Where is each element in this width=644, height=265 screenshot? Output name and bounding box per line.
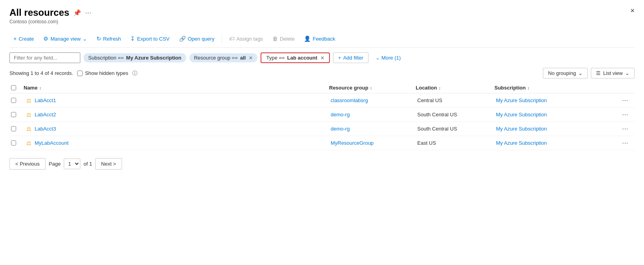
info-icon[interactable]: ⓘ (132, 70, 137, 77)
row-location-cell: South Central US (416, 126, 494, 132)
resource-group-link[interactable]: demo-rg (331, 126, 350, 132)
list-view-dropdown[interactable]: ☰ List view ⌄ (591, 68, 635, 78)
resource-group-filter-close-icon[interactable]: ✕ (249, 55, 253, 61)
row-resource-group-cell: demo-rg (329, 126, 416, 132)
settings-icon: ⚙ (43, 35, 48, 42)
row-actions-button[interactable]: ⋯ (620, 125, 635, 132)
row-name-cell: ⚖ LabAcct2 (24, 111, 329, 118)
row-resource-group-cell: classroomlabsrg (329, 97, 416, 103)
row-checkbox-cell (9, 98, 24, 103)
options-right: No grouping ⌄ ☰ List view ⌄ (543, 68, 635, 78)
options-row: Showing 1 to 4 of 4 records. Show hidden… (9, 68, 635, 78)
subscription-link[interactable]: My Azure Subscription (496, 112, 547, 118)
row-location-cell: South Central US (416, 112, 494, 118)
row-subscription-cell: My Azure Subscription (494, 112, 620, 118)
assign-tags-button[interactable]: 🏷 Assign tags (225, 33, 267, 44)
sort-icon-name: ↕ (39, 86, 41, 90)
refresh-icon: ↻ (96, 35, 101, 42)
page-header: All resources 📌 ⋯ (9, 7, 635, 18)
show-hidden-types-label[interactable]: Show hidden types (77, 70, 128, 76)
column-header-location[interactable]: Location ↕ (416, 85, 494, 91)
row-resource-group-cell: demo-rg (329, 112, 416, 118)
feedback-button[interactable]: 👤 Feedback (300, 33, 339, 44)
subscription-filter-value: My Azure Subscription (126, 55, 181, 61)
export-csv-button[interactable]: ↧ Export to CSV (126, 33, 173, 44)
row-actions-button[interactable]: ⋯ (620, 111, 635, 118)
sort-icon-subscription: ↕ (527, 86, 529, 90)
row-name-cell: ⚖ LabAcct1 (24, 97, 329, 104)
column-header-subscription[interactable]: Subscription ↕ (494, 85, 620, 91)
lab-account-icon: ⚖ (25, 111, 32, 118)
lab-account-icon: ⚖ (25, 97, 32, 104)
row-actions-button[interactable]: ⋯ (620, 97, 635, 104)
row-checkbox-cell (9, 112, 24, 117)
page-subtitle: Contoso (contoso.com) (9, 19, 635, 24)
options-left: Showing 1 to 4 of 4 records. Show hidden… (9, 70, 137, 77)
pagination: < Previous Page 1 of 1 Next > (9, 150, 635, 174)
resource-group-link[interactable]: MyResourceGroup (331, 140, 374, 146)
resource-name-link[interactable]: LabAcct2 (35, 112, 56, 118)
select-all-checkbox[interactable] (11, 85, 16, 90)
page-select[interactable]: 1 (64, 159, 80, 169)
resource-name-link[interactable]: LabAcct3 (35, 126, 56, 132)
resource-name-link[interactable]: LabAcct1 (35, 97, 56, 103)
manage-view-button[interactable]: ⚙ Manage view ⌄ (39, 33, 91, 44)
row-actions-button[interactable]: ⋯ (620, 139, 635, 147)
add-filter-button[interactable]: + Add filter (333, 52, 368, 63)
filter-row: Subscription == My Azure Subscription Re… (9, 52, 635, 63)
create-button[interactable]: + Create (9, 33, 38, 44)
add-filter-icon: + (338, 55, 341, 61)
subscription-filter-tag[interactable]: Subscription == My Azure Subscription (83, 53, 186, 62)
filter-input[interactable] (9, 52, 80, 63)
subscription-link[interactable]: My Azure Subscription (496, 140, 547, 146)
lab-account-icon: ⚖ (25, 140, 32, 147)
query-icon: 🔗 (179, 35, 186, 42)
type-filter-value: Lab account (287, 55, 317, 61)
show-hidden-types-checkbox[interactable] (77, 71, 83, 76)
chevron-down-icon: ⌄ (578, 70, 583, 76)
resource-group-link[interactable]: demo-rg (331, 112, 350, 118)
column-header-name[interactable]: Name ↕ (24, 85, 329, 91)
feedback-icon: 👤 (304, 35, 311, 42)
list-view-icon: ☰ (596, 70, 601, 76)
no-grouping-dropdown[interactable]: No grouping ⌄ (543, 68, 588, 78)
column-header-resource-group[interactable]: Resource group ↕ (329, 85, 416, 91)
sort-icon-location: ↕ (439, 86, 441, 90)
close-button[interactable]: × (630, 7, 635, 14)
row-resource-group-cell: MyResourceGroup (329, 140, 416, 146)
table-row: ⚖ LabAcct3 demo-rg South Central US My A… (9, 122, 635, 136)
row-subscription-cell: My Azure Subscription (494, 126, 620, 132)
next-button[interactable]: Next > (95, 158, 122, 170)
download-icon: ↧ (130, 35, 135, 42)
table-row: ⚖ LabAcct2 demo-rg South Central US My A… (9, 108, 635, 122)
resource-group-filter-label: Resource group == (194, 55, 238, 61)
more-filters-button[interactable]: ⌄ More (1) (372, 53, 405, 63)
resource-group-link[interactable]: classroomlabsrg (331, 97, 368, 103)
previous-button[interactable]: < Previous (9, 158, 46, 170)
resource-group-filter-value: all (240, 55, 246, 61)
tag-icon: 🏷 (229, 35, 235, 42)
row-select-checkbox[interactable] (11, 112, 16, 117)
lab-account-icon: ⚖ (25, 125, 32, 132)
table-row: ⚖ MyLabAccount MyResourceGroup East US M… (9, 136, 635, 150)
resource-group-filter-tag[interactable]: Resource group == all ✕ (189, 53, 258, 62)
row-name-cell: ⚖ MyLabAccount (24, 140, 329, 147)
resource-name-link[interactable]: MyLabAccount (35, 140, 68, 146)
subscription-link[interactable]: My Azure Subscription (496, 126, 547, 132)
subscription-filter-label: Subscription == (88, 55, 124, 61)
delete-button[interactable]: 🗑 Delete (268, 33, 299, 44)
ellipsis-icon[interactable]: ⋯ (85, 9, 91, 17)
row-select-checkbox[interactable] (11, 140, 16, 146)
subscription-link[interactable]: My Azure Subscription (496, 97, 547, 103)
sort-icon-resource-group: ↕ (370, 86, 372, 90)
type-filter-tag[interactable]: Type == Lab account ✕ (261, 52, 330, 63)
open-query-button[interactable]: 🔗 Open query (175, 33, 218, 44)
pin-icon[interactable]: 📌 (73, 9, 81, 17)
type-filter-label: Type == (266, 55, 285, 61)
row-select-checkbox[interactable] (11, 98, 16, 103)
refresh-button[interactable]: ↻ Refresh (93, 33, 125, 44)
toolbar: + Create ⚙ Manage view ⌄ ↻ Refresh ↧ Exp… (9, 30, 635, 48)
type-filter-close-icon[interactable]: ✕ (320, 55, 324, 61)
record-count: Showing 1 to 4 of 4 records. (9, 70, 73, 76)
row-select-checkbox[interactable] (11, 126, 16, 131)
